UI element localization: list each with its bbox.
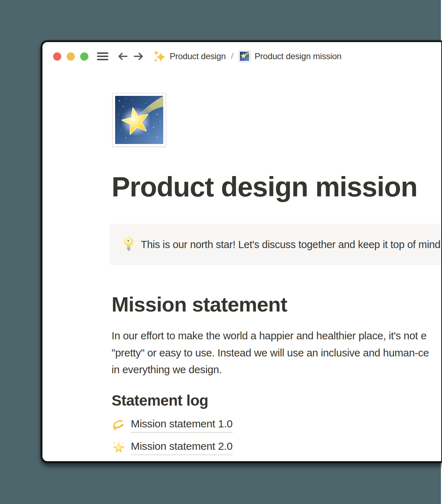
breadcrumb-item-product-design[interactable]: Product design: [153, 50, 226, 63]
breadcrumb-item-product-design-mission[interactable]: Product design mission: [238, 50, 341, 62]
breadcrumb-separator: /: [231, 52, 233, 61]
page-link-mission-statement-2[interactable]: Mission statement 2.0: [112, 439, 233, 456]
page-link-mission-statement-1[interactable]: Mission statement 1.0: [112, 417, 233, 433]
page-link-label: Mission statement 2.0: [131, 440, 233, 455]
screenshot-canvas: Product design /: [0, 0, 442, 504]
hamburger-icon: [97, 52, 108, 54]
heading-mission-statement: Mission statement: [112, 292, 287, 316]
forward-button[interactable]: [133, 51, 144, 62]
breadcrumb-label: Product design: [170, 51, 226, 61]
light-bulb-icon: [123, 237, 135, 252]
paragraph-line: "pretty" or easy to use. Instead we will…: [112, 344, 441, 361]
traffic-light-close[interactable]: [53, 52, 61, 61]
window-chrome: Product design /: [42, 42, 441, 71]
app-window: Product design /: [42, 42, 441, 461]
page-link-label: Mission statement 1.0: [131, 418, 233, 433]
sidebar-menu-button[interactable]: [97, 51, 108, 61]
breadcrumb: Product design /: [153, 50, 341, 63]
traffic-light-zoom[interactable]: [80, 52, 88, 61]
shooting-star-image: [115, 96, 163, 144]
back-button[interactable]: [117, 51, 128, 62]
shooting-star-photo-icon: [238, 50, 251, 62]
glowing-star-icon: [112, 441, 126, 455]
traffic-light-minimize[interactable]: [67, 52, 75, 61]
dizzy-icon: [112, 418, 126, 432]
breadcrumb-label: Product design mission: [255, 51, 341, 61]
heading-statement-log: Statement log: [112, 392, 208, 409]
page-title[interactable]: Product design mission: [112, 172, 417, 202]
arrow-left-icon: [117, 51, 128, 62]
paragraph-line: in everything we design.: [112, 361, 441, 378]
callout-text: This is our north star! Let's discuss to…: [141, 239, 440, 251]
sparkles-icon: [153, 50, 166, 63]
paragraph-line: In our effort to make the world a happie…: [112, 327, 441, 344]
arrow-right-icon: [133, 51, 144, 62]
page-icon-shooting-star[interactable]: [112, 93, 166, 147]
mission-paragraph: In our effort to make the world a happie…: [112, 327, 441, 378]
callout-block: This is our north star! Let's discuss to…: [110, 224, 441, 265]
